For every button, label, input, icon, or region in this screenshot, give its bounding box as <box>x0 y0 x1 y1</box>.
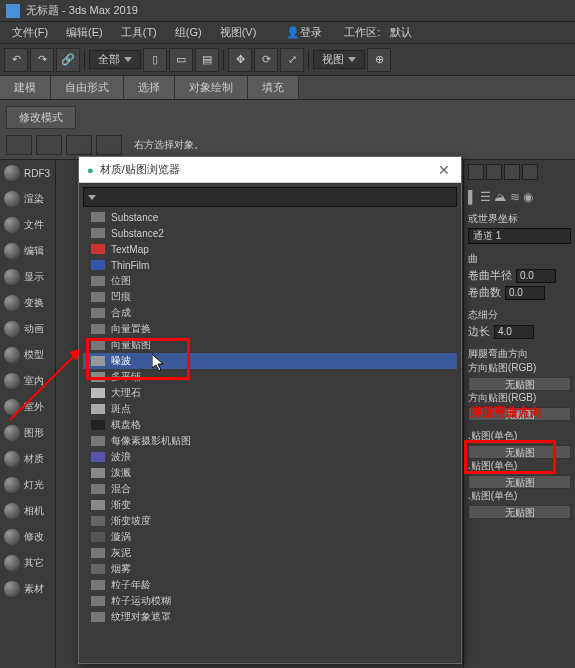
workspace-default[interactable]: 默认 <box>382 23 420 42</box>
map-item-label: 噪波 <box>111 354 131 368</box>
map-slot-b[interactable]: 无贴图 <box>468 475 571 489</box>
mod-button[interactable] <box>6 135 32 155</box>
filter-dropdown[interactable]: 全部 <box>89 50 141 69</box>
motion-tab[interactable] <box>522 164 538 180</box>
search-bar[interactable] <box>83 187 457 207</box>
map-item[interactable]: 粒子年龄 <box>83 577 457 593</box>
left-panel-item[interactable]: 素材 <box>0 576 55 602</box>
map-item[interactable]: 合成 <box>83 305 457 321</box>
link-button[interactable]: 🔗 <box>56 48 80 72</box>
select-button[interactable]: ▯ <box>143 48 167 72</box>
map-item[interactable]: 凹痕 <box>83 289 457 305</box>
map-swatch-icon <box>91 452 105 462</box>
category-icon <box>4 451 20 467</box>
redo-button[interactable]: ↷ <box>30 48 54 72</box>
left-panel-item[interactable]: 变换 <box>0 290 55 316</box>
menu-edit[interactable]: 编辑(E) <box>58 23 111 42</box>
category-icon <box>4 581 20 597</box>
map-swatch-icon <box>91 532 105 542</box>
edge-input[interactable]: 4.0 <box>494 325 534 339</box>
modify-tab[interactable] <box>486 164 502 180</box>
category-icon <box>4 503 20 519</box>
warp-radius-input[interactable]: 0.0 <box>516 269 556 283</box>
create-tab[interactable] <box>468 164 484 180</box>
mod-button[interactable] <box>36 135 62 155</box>
map-item[interactable]: Substance2 <box>83 225 457 241</box>
mod-button[interactable] <box>66 135 92 155</box>
map-item[interactable]: 每像素摄影机贴图 <box>83 433 457 449</box>
category-icon <box>4 295 20 311</box>
ribbon-tab-select[interactable]: 选择 <box>124 76 175 99</box>
map-item-label: 渐变 <box>111 498 131 512</box>
modify-mode-button[interactable]: 修改模式 <box>6 106 76 129</box>
map-item[interactable]: 向量贴图 <box>83 337 457 353</box>
map-item[interactable]: 粒子运动模糊 <box>83 593 457 609</box>
map-item[interactable]: 泼溅 <box>83 465 457 481</box>
left-panel-item[interactable]: 编辑 <box>0 238 55 264</box>
map-item[interactable]: 烟雾 <box>83 561 457 577</box>
map-item[interactable]: 渐变坡度 <box>83 513 457 529</box>
map-item[interactable]: 向量置换 <box>83 321 457 337</box>
category-icon <box>4 191 20 207</box>
center-button[interactable]: ⊕ <box>367 48 391 72</box>
left-panel-item[interactable]: 灯光 <box>0 472 55 498</box>
annotation-arrow <box>10 330 90 430</box>
left-panel-item[interactable]: 显示 <box>0 264 55 290</box>
ribbon-tab-objcontrol[interactable]: 对象绘制 <box>175 76 248 99</box>
map-item[interactable]: 位图 <box>83 273 457 289</box>
warp-count-input[interactable]: 0.0 <box>505 286 545 300</box>
map-item[interactable]: TextMap <box>83 241 457 257</box>
left-panel-label: 编辑 <box>24 244 44 258</box>
left-panel-item[interactable]: 修改 <box>0 524 55 550</box>
mod-button[interactable] <box>96 135 122 155</box>
select-name-button[interactable]: ▤ <box>195 48 219 72</box>
login-link[interactable]: 👤 登录 <box>286 25 322 40</box>
category-icon <box>4 477 20 493</box>
map-item-label: 粒子年龄 <box>111 578 151 592</box>
scale-button[interactable]: ⤢ <box>280 48 304 72</box>
close-button[interactable]: ✕ <box>435 161 453 179</box>
menu-tools[interactable]: 工具(T) <box>113 23 165 42</box>
refcoord-dropdown[interactable]: 视图 <box>313 50 365 69</box>
ribbon-tab-fill[interactable]: 填充 <box>248 76 299 99</box>
left-panel-item[interactable]: 相机 <box>0 498 55 524</box>
ribbon-tab-freeform[interactable]: 自由形式 <box>51 76 124 99</box>
select-region-button[interactable]: ▭ <box>169 48 193 72</box>
map-item[interactable]: 噪波 <box>83 353 457 369</box>
dialog-body: SubstanceSubstance2TextMapThinFilm位图凹痕合成… <box>79 183 461 663</box>
left-panel-item[interactable]: RDF3 <box>0 160 55 186</box>
map-item[interactable]: 大理石 <box>83 385 457 401</box>
map-item[interactable]: 波浪 <box>83 449 457 465</box>
map-item[interactable]: Substance <box>83 209 457 225</box>
left-panel-item[interactable]: 渲染 <box>0 186 55 212</box>
map-item[interactable]: 渐变 <box>83 497 457 513</box>
map-slot-c[interactable]: 无贴图 <box>468 505 571 519</box>
map-slot-1[interactable]: 无贴图 <box>468 377 571 391</box>
map-item[interactable]: 漩涡 <box>83 529 457 545</box>
map-item[interactable]: 斑点 <box>83 401 457 417</box>
map-item-label: 位图 <box>111 274 131 288</box>
undo-button[interactable]: ↶ <box>4 48 28 72</box>
menu-file[interactable]: 文件(F) <box>4 23 56 42</box>
left-panel-item[interactable]: 材质 <box>0 446 55 472</box>
left-panel-item[interactable]: 文件 <box>0 212 55 238</box>
map-slot-a[interactable]: 无贴图 <box>468 445 571 459</box>
dialog-titlebar[interactable]: ● 材质/贴图浏览器 ✕ <box>79 157 461 183</box>
map-swatch-icon <box>91 436 105 446</box>
rotate-button[interactable]: ⟳ <box>254 48 278 72</box>
menu-group[interactable]: 组(G) <box>167 23 210 42</box>
map-item[interactable]: ThinFilm <box>83 257 457 273</box>
menu-views[interactable]: 视图(V) <box>212 23 265 42</box>
single-c-header: .贴图(单色) <box>468 489 571 503</box>
map-item[interactable]: 纹理对象遮罩 <box>83 609 457 625</box>
channel-dropdown[interactable]: 通道 1 <box>468 228 571 244</box>
move-button[interactable]: ✥ <box>228 48 252 72</box>
hierarchy-tab[interactable] <box>504 164 520 180</box>
map-item[interactable]: 多平铺 <box>83 369 457 385</box>
map-item[interactable]: 棋盘格 <box>83 417 457 433</box>
map-item[interactable]: 灰泥 <box>83 545 457 561</box>
left-panel-item[interactable]: 其它 <box>0 550 55 576</box>
map-item[interactable]: 混合 <box>83 481 457 497</box>
ribbon-tab-build[interactable]: 建模 <box>0 76 51 99</box>
category-icon <box>4 555 20 571</box>
